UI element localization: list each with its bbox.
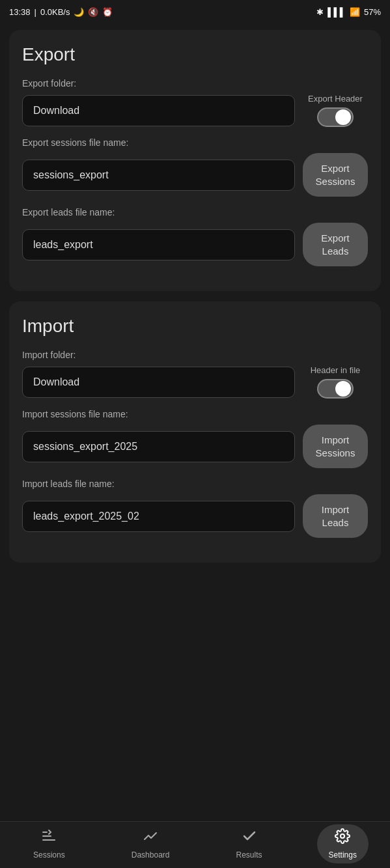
nav-dashboard-label: Dashboard [132,850,170,860]
import-sessions-input[interactable] [22,431,295,462]
nav-sessions[interactable]: Sessions [21,824,77,863]
import-leads-file-label: Import leads file name: [22,479,368,489]
header-in-file-knob [335,381,351,397]
export-sessions-section: Export sessions file name: ExportSession… [22,137,368,197]
results-icon [242,828,257,848]
status-left: 13:38 | 0.0KB/s 🌙 🔇 ⏰ [9,7,113,17]
status-bar: 13:38 | 0.0KB/s 🌙 🔇 ⏰ ✱ ▌▌▌ 📶 57% [0,0,390,23]
nav-settings[interactable]: Settings [317,824,369,863]
export-folder-row: Export Header [22,94,368,127]
import-leads-button[interactable]: ImportLeads [303,494,368,538]
nav-dashboard[interactable]: Dashboard [120,824,182,863]
nav-results-label: Results [236,850,262,860]
signal-icon: ▌▌▌ [327,7,346,17]
nav-sessions-label: Sessions [33,850,65,860]
export-folder-label: Export folder: [22,78,368,89]
network-speed: | [35,7,36,17]
header-in-file-toggle-group: Header in file [303,365,368,399]
export-title: Export [22,44,368,65]
mute-icon: 🔇 [88,7,98,17]
export-header-toggle[interactable] [317,107,354,127]
import-folder-section: Import folder: Header in file [22,350,368,399]
dashboard-icon [143,828,158,848]
status-right: ✱ ▌▌▌ 📶 57% [316,7,381,17]
export-header-knob [335,109,351,125]
import-folder-row: Header in file [22,365,368,399]
settings-icon [335,828,350,848]
wifi-icon: 📶 [350,7,360,17]
alarm-icon: ⏰ [102,7,113,17]
import-sessions-button[interactable]: ImportSessions [303,425,368,468]
nav-results[interactable]: Results [225,824,274,863]
import-leads-row: ImportLeads [22,494,368,538]
export-folder-input[interactable] [22,95,295,126]
import-card: Import Import folder: Header in file Imp… [9,301,381,563]
export-leads-section: Export leads file name: ExportLeads [22,207,368,266]
export-leads-row: ExportLeads [22,223,368,266]
sessions-icon [41,828,57,848]
export-leads-button[interactable]: ExportLeads [303,223,368,266]
import-leads-input[interactable] [22,501,295,532]
export-header-toggle-group: Export Header [303,94,368,127]
moon-icon: 🌙 [74,7,84,17]
export-leads-input[interactable] [22,229,295,260]
export-leads-file-label: Export leads file name: [22,207,368,217]
svg-point-3 [341,834,344,838]
export-sessions-file-label: Export sessions file name: [22,137,368,148]
import-sessions-file-label: Import sessions file name: [22,409,368,419]
header-in-file-toggle[interactable] [317,379,354,399]
battery-level: 57% [364,7,381,17]
data-speed: 0.0KB/s [40,7,70,17]
export-sessions-row: ExportSessions [22,153,368,197]
import-folder-input[interactable] [22,367,295,398]
header-in-file-label: Header in file [311,365,361,375]
import-folder-label: Import folder: [22,350,368,360]
time: 13:38 [9,7,31,17]
export-sessions-button[interactable]: ExportSessions [303,153,368,197]
import-leads-section: Import leads file name: ImportLeads [22,479,368,538]
export-header-label: Export Header [308,94,363,104]
export-sessions-input[interactable] [22,160,295,191]
import-title: Import [22,316,368,337]
bottom-nav: Sessions Dashboard Results Settings [0,821,390,868]
bluetooth-icon: ✱ [316,7,324,17]
import-sessions-row: ImportSessions [22,425,368,468]
import-sessions-section: Import sessions file name: ImportSession… [22,409,368,468]
main-content: Export Export folder: Export Header Expo… [0,23,390,821]
export-folder-section: Export folder: Export Header [22,78,368,127]
nav-settings-label: Settings [329,850,357,860]
export-card: Export Export folder: Export Header Expo… [9,30,381,291]
